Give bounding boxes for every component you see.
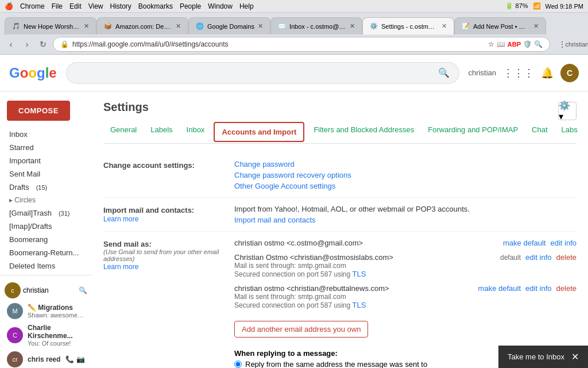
sidebar-item-trash[interactable]: [Gmail]Trash (31) <box>0 206 92 220</box>
deleted-label: Deleted Items <box>9 262 55 270</box>
email-row-3: christian ostmo <christian@rebuttalnews.… <box>234 284 577 309</box>
chris-avatar: cr <box>7 351 23 367</box>
delete-2[interactable]: delete <box>556 253 577 262</box>
toast-close-button[interactable]: ✕ <box>571 351 579 362</box>
section-change-account: Change account settings: Change password… <box>103 153 577 198</box>
sidebar-item-sent[interactable]: Sent Mail <box>0 167 92 181</box>
menu-edit[interactable]: Edit <box>69 2 82 10</box>
reply-radio-1[interactable] <box>234 361 242 368</box>
import-learn-more[interactable]: Learn more <box>103 215 138 223</box>
menu-view[interactable]: View <box>88 2 103 10</box>
chat-phone-icon[interactable]: 📞 <box>65 355 74 363</box>
edit-info-2[interactable]: edit info <box>525 253 552 262</box>
tls-link-2[interactable]: TLS <box>352 270 366 278</box>
sidebar-item-deleted[interactable]: Deleted Items <box>0 259 92 273</box>
tab-close-5[interactable]: ✕ <box>533 22 539 30</box>
tab-close-3[interactable]: ✕ <box>350 22 355 30</box>
tab-inbox[interactable]: Inbox <box>180 121 212 143</box>
edit-info-1[interactable]: edit info <box>550 239 577 247</box>
email-actions-2: default edit info delete <box>500 253 577 262</box>
apple-icon[interactable]: 🍎 <box>5 2 13 10</box>
make-default-1[interactable]: make default <box>503 239 546 247</box>
change-recovery-link[interactable]: Change password recovery options <box>234 171 577 179</box>
charlie-msg: You: Of course! <box>28 340 85 347</box>
chat-user-charlie[interactable]: C Charlie Kirschenme... You: Of course! <box>0 321 92 349</box>
search-button[interactable]: 🔍 <box>429 62 459 84</box>
reload-button[interactable]: ↻ <box>37 38 49 51</box>
wifi-icon: 📶 <box>533 2 541 10</box>
sidebar-circles-header[interactable]: ▸ Circles <box>0 194 92 206</box>
tls-link-3[interactable]: TLS <box>352 301 366 309</box>
make-default-3[interactable]: make default <box>478 284 521 293</box>
tab-0[interactable]: 🎵 New Hope Worship Cer... ✕ <box>5 17 96 34</box>
tab-5[interactable]: 📝 Add New Post • Ostmo... ✕ <box>454 17 546 34</box>
profile-button[interactable]: christian <box>571 38 583 51</box>
sidebar-item-drafts[interactable]: Drafts (15) <box>0 181 92 194</box>
sidebar-item-inbox[interactable]: Inbox <box>0 128 92 141</box>
apps-button[interactable]: ⋮⋮⋮ <box>503 67 534 79</box>
sidebar-item-important[interactable]: Important <box>0 154 92 167</box>
email-actions-3: make default edit info delete <box>478 284 577 293</box>
notifications-button[interactable]: 🔔 <box>541 67 554 79</box>
chat-video-icon[interactable]: 📷 <box>76 355 85 363</box>
email-address-2: Christian Ostmo <christian@ostmosislabs.… <box>234 253 498 262</box>
import-contacts-link[interactable]: Import mail and contacts <box>234 216 577 224</box>
sidebar-item-starred[interactable]: Starred <box>0 141 92 154</box>
tab-general[interactable]: General <box>103 121 144 143</box>
user-name: christian <box>469 68 496 77</box>
extension-icon-1[interactable]: 🛡️ <box>523 40 532 48</box>
tab-3[interactable]: ✉️ Inbox - c.ostmo@gmail... ✕ <box>270 17 362 34</box>
email-detail-3b: Secured connection on port 587 using TLS <box>234 301 476 309</box>
tab-4[interactable]: ⚙️ Settings - c.ostmo@gm... ✕ <box>362 17 454 34</box>
menu-history[interactable]: History <box>110 2 131 10</box>
email-row-1: christian ostmo <c.ostmo@gmail.com> make… <box>234 239 577 247</box>
add-email-button[interactable]: Add another email address you own <box>234 321 368 338</box>
sidebar-item-boomerang-return[interactable]: Boomerang-Return... <box>0 246 92 259</box>
chat-user-migrations[interactable]: M ✏️ Migrations Shawn: awesome, thx <box>0 301 92 321</box>
forward-button[interactable]: › <box>21 38 33 51</box>
url-text: https://mail.google.com/mail/u/0/#settin… <box>72 40 485 48</box>
send-mail-label: Send mail as: <box>103 239 230 248</box>
tab-offline[interactable]: Offline <box>585 121 588 143</box>
tab-forwarding-pop[interactable]: Forwarding and POP/IMAP <box>421 121 525 143</box>
tab-labels[interactable]: Labels <box>144 121 179 143</box>
tab-accounts-import[interactable]: Accounts and Import <box>214 122 304 142</box>
charlie-avatar: C <box>7 327 23 343</box>
google-account-link[interactable]: Other Google Account settings <box>234 182 577 190</box>
tab-close-0[interactable]: ✕ <box>84 22 89 30</box>
tab-2[interactable]: 🌐 Google Domains ✕ <box>188 17 270 34</box>
email-info-2: Christian Ostmo <christian@ostmosislabs.… <box>234 253 498 278</box>
delete-3[interactable]: delete <box>556 284 577 293</box>
back-button[interactable]: ‹ <box>5 38 17 51</box>
tab-close-4[interactable]: ✕ <box>442 22 447 30</box>
star-icon[interactable]: ☆ <box>488 40 494 48</box>
send-mail-learn-more[interactable]: Learn more <box>103 263 138 271</box>
chat-user-chris[interactable]: cr chris reed 📞 📷 <box>0 349 92 368</box>
change-password-link[interactable]: Change password <box>234 160 577 168</box>
avatar[interactable]: C <box>560 64 579 82</box>
tab-labs[interactable]: Labs <box>555 121 585 143</box>
compose-button[interactable]: COMPOSE <box>7 101 70 121</box>
tab-close-1[interactable]: ✕ <box>176 22 181 30</box>
adblock-icon[interactable]: ABP <box>508 41 521 48</box>
address-bar[interactable]: 🔒 https://mail.google.com/mail/u/0/#sett… <box>53 37 550 52</box>
tab-chat[interactable]: Chat <box>525 121 554 143</box>
edit-info-3[interactable]: edit info <box>525 284 552 293</box>
menu-window[interactable]: Window <box>208 2 233 10</box>
menu-file[interactable]: File <box>52 2 63 10</box>
menu-people[interactable]: People <box>180 2 201 10</box>
menu-bookmarks[interactable]: Bookmarks <box>138 2 173 10</box>
tab-1[interactable]: 📦 Amazon.com: Deals on... ✕ <box>96 17 188 34</box>
tab-favicon-0: 🎵 <box>12 22 20 30</box>
settings-gear-button[interactable]: ⚙️ ▾ <box>558 102 577 120</box>
search-input[interactable] <box>66 62 429 84</box>
header-right: christian ⋮⋮⋮ 🔔 C <box>469 64 579 82</box>
chat-search-input[interactable] <box>65 286 76 294</box>
menu-help[interactable]: Help <box>239 2 254 10</box>
extension-icon-2[interactable]: 🔍 <box>534 40 543 48</box>
sidebar-item-boomerang[interactable]: Boomerang <box>0 233 92 246</box>
reader-icon[interactable]: 📖 <box>497 40 505 48</box>
tab-close-2[interactable]: ✕ <box>258 22 263 30</box>
tab-filters-blocked[interactable]: Filters and Blocked Addresses <box>307 121 421 143</box>
sidebar-item-imap-drafts[interactable]: [Imap]/Drafts <box>0 220 92 233</box>
